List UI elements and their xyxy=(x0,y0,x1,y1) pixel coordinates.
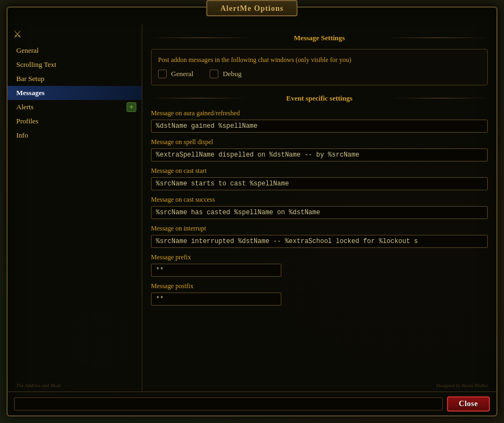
sidebar-item-scrolling-text[interactable]: Scrolling Text xyxy=(8,58,142,72)
checkbox-general-box[interactable] xyxy=(158,70,167,78)
sidebar-item-bar-setup[interactable]: Bar Setup xyxy=(8,72,142,86)
field-spell-dispel: Message on spell dispel xyxy=(151,138,488,161)
checkbox-row: General Debug xyxy=(158,70,481,78)
field-msg-prefix-input[interactable] xyxy=(151,264,281,277)
field-aura-gained-input[interactable] xyxy=(151,120,488,133)
field-spell-dispel-input[interactable] xyxy=(151,148,488,161)
field-cast-success: Message on cast success xyxy=(151,196,488,219)
field-msg-prefix: Message prefix xyxy=(151,253,488,277)
corner-text-left: The AddOns and Mods xyxy=(16,383,61,388)
message-settings-header: Message Settings xyxy=(151,33,488,42)
field-interrupt-input[interactable] xyxy=(151,235,488,248)
field-aura-gained: Message on aura gained/refreshed xyxy=(151,109,488,133)
field-interrupt: Message on interrupt xyxy=(151,225,488,248)
checkbox-debug-label: Debug xyxy=(223,70,242,78)
field-cast-success-input[interactable] xyxy=(151,206,488,219)
checkbox-debug-box[interactable] xyxy=(210,70,218,78)
sidebar-item-messages[interactable]: Messages xyxy=(8,86,142,100)
sidebar-item-general[interactable]: General xyxy=(8,43,142,58)
alerts-plus-badge: + xyxy=(127,102,136,112)
event-section: Event specific settings Message on aura … xyxy=(151,93,488,306)
sidebar-item-profiles[interactable]: Profiles xyxy=(8,114,142,128)
field-msg-prefix-label: Message prefix xyxy=(151,253,488,262)
bottom-input[interactable] xyxy=(14,397,443,410)
bottom-bar: Close xyxy=(8,391,496,415)
field-aura-gained-label: Message on aura gained/refreshed xyxy=(151,109,488,117)
field-spell-dispel-label: Message on spell dispel xyxy=(151,138,488,146)
field-cast-start-input[interactable] xyxy=(151,177,488,190)
close-button[interactable]: Close xyxy=(447,396,490,412)
checkbox-general[interactable]: General xyxy=(158,70,193,78)
window-title: AlertMe Options xyxy=(220,4,284,13)
event-settings-header: Event specific settings xyxy=(151,93,488,103)
field-cast-success-label: Message on cast success xyxy=(151,196,488,204)
corner-text-right: Designed by Bunni MaRet xyxy=(436,383,488,388)
sidebar-item-info[interactable]: Info xyxy=(8,128,142,142)
field-msg-postfix-input[interactable] xyxy=(151,293,281,306)
main-content: Message Settings Post addon messages in … xyxy=(142,24,496,391)
field-cast-start: Message on cast start xyxy=(151,167,488,190)
field-cast-start-label: Message on cast start xyxy=(151,167,488,175)
settings-description: Post addon messages in the following cha… xyxy=(158,56,481,64)
addon-icon xyxy=(13,28,26,41)
checkbox-general-label: General xyxy=(171,70,193,78)
main-window: AlertMe Options General Scrolling Text B… xyxy=(7,7,497,416)
title-bar: AlertMe Options xyxy=(206,0,298,16)
sidebar-item-alerts[interactable]: Alerts + xyxy=(8,100,142,114)
sidebar: General Scrolling Text Bar Setup Message… xyxy=(8,24,142,391)
checkbox-debug[interactable]: Debug xyxy=(210,70,242,78)
field-interrupt-label: Message on interrupt xyxy=(151,225,488,233)
field-msg-postfix: Message postfix xyxy=(151,282,488,306)
field-msg-postfix-label: Message postfix xyxy=(151,282,488,290)
message-settings-box: Post addon messages in the following cha… xyxy=(151,49,488,85)
